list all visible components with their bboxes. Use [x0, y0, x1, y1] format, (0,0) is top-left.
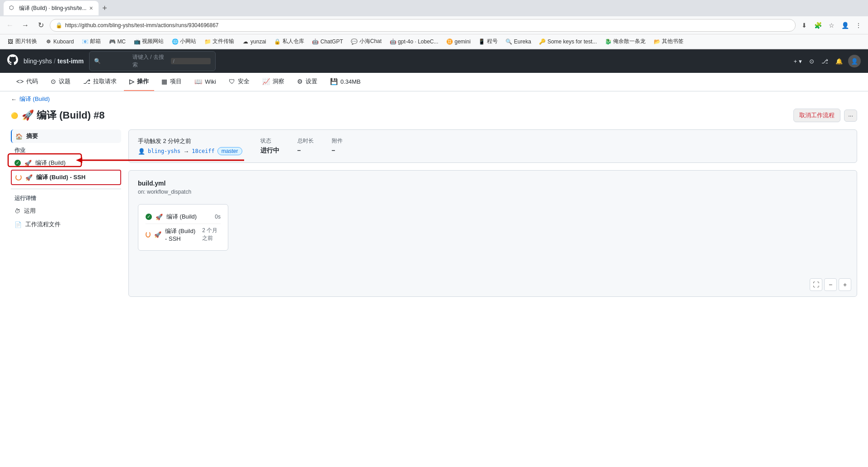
workflow-job-card: ✓ 🚀 编译 (Build) 0s 🚀 编译 (Build) - SSH 2 个… — [138, 204, 228, 251]
issues-button[interactable]: ⊙ — [807, 56, 816, 67]
menu-icon[interactable]: ⋮ — [853, 19, 864, 31]
job2-label: 编译 (Build) - SSH — [165, 227, 198, 242]
sidebar-item-build[interactable]: ✓ 🚀 编译 (Build) — [11, 156, 121, 170]
bookmark-mc[interactable]: 🎮 MC — [105, 38, 129, 46]
zoom-out-button[interactable]: − — [824, 278, 837, 291]
check-icon: ✓ — [14, 160, 21, 166]
download-icon[interactable]: ⬇ — [798, 19, 810, 31]
user-avatar[interactable]: 👤 — [848, 55, 861, 67]
storage-icon: 💾 — [330, 78, 338, 85]
bookmark-eureka[interactable]: 🔍 Eureka — [502, 38, 535, 46]
workflow-controls: ⛶ − + — [810, 278, 851, 291]
workflow-job-item-build-ssh[interactable]: 🚀 编译 (Build) - SSH 2 个月之前 — [146, 224, 221, 245]
bookmark-programhao[interactable]: 📱 程号 — [475, 37, 501, 46]
nav-issues[interactable]: ⊙ 议题 — [45, 73, 76, 91]
commit-hash[interactable]: 18ceiff — [192, 148, 215, 154]
bookmark-picture-convert[interactable]: 🖼 图片转换 — [4, 37, 41, 46]
nav-settings[interactable]: ⚙ 设置 — [292, 73, 323, 91]
actor-name[interactable]: bling-yshs — [148, 148, 180, 154]
extension-icon[interactable]: 🧩 — [812, 19, 824, 31]
insights-icon: 📈 — [262, 78, 270, 85]
status-group: 状态 进行中 — [260, 137, 279, 155]
active-tab[interactable]: ⬡ 编译 (Build) · bling-yshs/te... × — [4, 1, 99, 15]
artifact-value: – — [332, 147, 343, 154]
browser-chrome: ⬡ 编译 (Build) · bling-yshs/te... × + ← → … — [0, 0, 868, 49]
spin-icon — [15, 174, 22, 181]
search-shortcut: / — [171, 58, 211, 64]
sidebar-item-summary[interactable]: 🏠 摘要 — [11, 129, 121, 143]
bookmark-email[interactable]: 📧 邮箱 — [78, 37, 104, 46]
artifact-group: 附件 – — [332, 137, 343, 155]
projects-icon: ▦ — [161, 78, 167, 85]
page-title-row: 🟡 🚀 编译 (Build) #8 取消工作流程 ··· — [0, 107, 868, 129]
jobs-section-title: 作业 — [11, 143, 121, 156]
bookmark-small-chat[interactable]: 💬 小海Chat — [348, 37, 385, 46]
profile-icon[interactable]: 👤 — [839, 19, 851, 31]
search-bar[interactable]: 🔍 请键入 / 去搜索 / — [89, 51, 216, 71]
tab-favicon: ⬡ — [9, 5, 16, 12]
status-value: 进行中 — [260, 147, 279, 155]
nav-actions[interactable]: ▷ 操作 — [124, 73, 154, 91]
more-options-button[interactable]: ··· — [844, 110, 857, 122]
bookmark-private-repo[interactable]: 🔒 私人仓库 — [271, 37, 308, 46]
back-arrow[interactable]: ← — [11, 96, 17, 103]
bookmark-gpt4o[interactable]: 🤖 gpt-4o · LobeC... — [386, 38, 442, 46]
zoom-in-button[interactable]: + — [839, 278, 851, 291]
sidebar-divider — [11, 189, 121, 189]
github-header: bling-yshs / test-imm 🔍 请键入 / 去搜索 / + ▾ … — [0, 49, 868, 73]
nav-code[interactable]: <> 代码 — [11, 73, 43, 91]
summary-label: 摘要 — [26, 132, 38, 140]
artifact-label: 附件 — [332, 137, 343, 145]
nav-projects[interactable]: ▦ 项目 — [156, 73, 187, 91]
sidebar-item-workflow-file[interactable]: 📄 工作流程文件 — [11, 218, 121, 231]
bookmark-other[interactable]: 📂 其他书签 — [650, 37, 687, 46]
arrow-icon: → — [183, 148, 189, 155]
repo-owner-label[interactable]: bling-yshs — [24, 57, 52, 65]
main-layout: 🏠 摘要 作业 ✓ 🚀 编译 (Build) 🚀 编译 (Build) - SS… — [0, 129, 868, 297]
branch-badge[interactable]: master — [217, 147, 242, 155]
back-button[interactable]: ← — [4, 19, 16, 32]
actor-icon: 👤 — [138, 148, 145, 155]
build-ssh-rocket-icon: 🚀 — [25, 174, 33, 181]
new-tab-button[interactable]: + — [99, 2, 111, 14]
bookmark-icon[interactable]: ☆ — [826, 19, 837, 31]
refresh-button[interactable]: ↻ — [34, 19, 47, 32]
bookmark-fan-yu[interactable]: 🐉 俺余散一条龙 — [601, 37, 649, 46]
trigger-group: 手动触发 2 分钟之前 👤 bling-yshs → 18ceiff maste… — [138, 137, 242, 155]
repo-name-label[interactable]: test-imm — [57, 57, 84, 65]
bookmark-yunzai[interactable]: ☁ yunzai — [239, 38, 270, 46]
job1-time: 0s — [215, 214, 221, 220]
fullscreen-button[interactable]: ⛶ — [810, 278, 822, 291]
wiki-icon: 📖 — [194, 78, 202, 85]
forward-button[interactable]: → — [19, 19, 32, 32]
workflow-job-item-build[interactable]: ✓ 🚀 编译 (Build) 0s — [146, 210, 221, 224]
sidebar-item-build-ssh[interactable]: 🚀 编译 (Build) - SSH — [11, 170, 121, 185]
breadcrumb: ← 编译 (Build) — [0, 91, 868, 107]
close-tab-button[interactable]: × — [89, 5, 93, 12]
create-button[interactable]: + ▾ — [792, 56, 804, 67]
job1-label: 编译 (Build) — [166, 213, 197, 221]
nav-insights[interactable]: 📈 洞察 — [257, 73, 290, 91]
cancel-workflow-button[interactable]: 取消工作流程 — [793, 109, 840, 122]
bookmark-small-site[interactable]: 🌐 小网站 — [168, 37, 200, 46]
bookmark-file-transfer[interactable]: 📁 文件传输 — [201, 37, 238, 46]
bookmark-video[interactable]: 📺 视频网站 — [130, 37, 167, 46]
pull-requests-button[interactable]: ⎇ — [820, 56, 830, 67]
nav-wiki[interactable]: 📖 Wiki — [189, 73, 222, 91]
notifications-button[interactable]: 🔔 — [834, 56, 844, 67]
content-area: 手动触发 2 分钟之前 👤 bling-yshs → 18ceiff maste… — [128, 129, 857, 297]
bookmark-gemini[interactable]: ♊ gemini — [443, 38, 474, 46]
nav-pull-requests[interactable]: ⎇ 拉取请求 — [78, 73, 122, 91]
nav-security[interactable]: 🛡 安全 — [223, 73, 255, 91]
sidebar-item-usage[interactable]: ⏱ 运用 — [11, 204, 121, 218]
search-placeholder: 请键入 / 去搜索 — [132, 53, 168, 69]
bookmark-chatgpt[interactable]: 🤖 ChatGPT — [309, 38, 347, 46]
duration-label: 总时长 — [297, 137, 314, 145]
bookmark-some-keys[interactable]: 🔑 Some keys for test... — [536, 38, 600, 46]
actor-meta: 👤 bling-yshs → 18ceiff master — [138, 147, 242, 155]
url-text: https://github.com/bling-yshs/test-imm/a… — [65, 22, 219, 29]
breadcrumb-parent[interactable]: 编译 (Build) — [19, 95, 50, 103]
address-bar[interactable]: 🔒 https://github.com/bling-yshs/test-imm… — [50, 19, 796, 32]
bookmark-kuboard[interactable]: ☸ Kuboard — [42, 38, 77, 46]
workflow-trigger: on: workflow_dispatch — [138, 189, 848, 195]
